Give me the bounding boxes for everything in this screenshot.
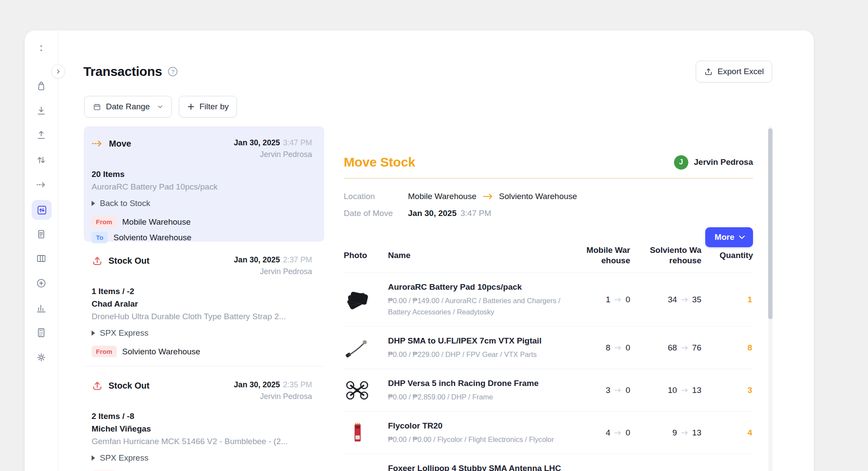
stock-out-arrow-icon bbox=[92, 380, 103, 391]
transaction-type: Stock Out bbox=[108, 379, 149, 392]
transaction-summary: 2 Items / -8 bbox=[92, 410, 312, 422]
to-warehouse-change: 9 13 bbox=[630, 428, 701, 438]
transaction-time: 2:37 PM bbox=[283, 255, 312, 264]
transaction-expander[interactable]: Back to Stock bbox=[92, 197, 312, 209]
transaction-summary: 1 Items / -2 bbox=[92, 285, 312, 298]
caret-right-icon bbox=[92, 201, 95, 206]
product-meta: ₱0.00 / ₱2,859.00 / DHP / Frame bbox=[388, 391, 572, 402]
transaction-detail: Move Stock J Jervin Pedrosa Location Mob… bbox=[344, 154, 753, 471]
product-meta: ₱0.00 / ₱149.00 / AuroraRC / Batteries a… bbox=[388, 295, 572, 317]
transaction-item-stock-out-1[interactable]: Stock Out Jan 30, 20252:37 PM Jervin Ped… bbox=[84, 242, 324, 366]
page-header: Transactions ? Export Excel bbox=[83, 60, 772, 83]
arrow-right-icon bbox=[681, 430, 688, 435]
scrollbar-thumb[interactable] bbox=[768, 128, 773, 319]
table-icon[interactable] bbox=[33, 250, 50, 267]
calculator-icon[interactable] bbox=[33, 324, 50, 341]
from-warehouse: Mobile Warehouse bbox=[122, 217, 191, 227]
product-meta: ₱0.00 / ₱0.00 / Flycolor / Flight Electr… bbox=[388, 434, 572, 445]
table-row: Foxeer Lollipop 4 Stubby SMA Antenna LHC bbox=[344, 454, 753, 471]
product-photo-vtx-pigtail bbox=[344, 337, 371, 358]
shop-bag-icon[interactable] bbox=[33, 77, 50, 95]
arrow-right-icon bbox=[681, 388, 688, 393]
reports-chart-icon[interactable] bbox=[33, 299, 50, 317]
arrow-right-icon bbox=[614, 388, 621, 393]
product-name: DHP Versa 5 inch Racing Drone Frame bbox=[388, 378, 578, 389]
from-warehouse: Solviento Warehouse bbox=[122, 347, 201, 357]
stock-out-arrow-icon bbox=[92, 255, 103, 266]
transaction-product: DroneHub Ultra Durable Cloth Type Batter… bbox=[92, 310, 312, 323]
transaction-item-move[interactable]: Move Jan 30, 20253:47 PM Jervin Pedrosa … bbox=[84, 126, 324, 242]
product-meta: ₱0.00 / ₱229.00 / DHP / FPV Gear / VTX P… bbox=[388, 349, 572, 360]
col-to-warehouse: Solviento Warehouse bbox=[630, 245, 701, 266]
transaction-date: Jan 30, 2025 bbox=[234, 380, 280, 389]
transaction-user: Jervin Pedrosa bbox=[234, 149, 312, 160]
date-range-button[interactable]: Date Range bbox=[84, 96, 172, 118]
transaction-expander[interactable]: SPX Express bbox=[92, 452, 312, 464]
settings-gear-icon[interactable] bbox=[33, 349, 50, 366]
help-icon[interactable]: ? bbox=[168, 67, 178, 76]
stock-table: Photo Name Mobile Warehouse Solviento Wa… bbox=[344, 245, 753, 471]
quantity-value: 8 bbox=[701, 343, 753, 353]
to-warehouse-change: 10 13 bbox=[630, 386, 701, 395]
quantity-value: 4 bbox=[701, 428, 753, 438]
export-excel-label: Export Excel bbox=[717, 67, 764, 76]
filters-bar: Date Range Filter by bbox=[84, 96, 237, 118]
move-arrow-icon bbox=[92, 139, 103, 148]
arrow-right-icon bbox=[483, 193, 493, 200]
more-button[interactable]: More bbox=[705, 227, 753, 247]
arrow-right-icon bbox=[614, 430, 621, 435]
stock-in-icon[interactable] bbox=[33, 102, 50, 119]
app-window: Transactions ? Export Excel Date Range F… bbox=[25, 30, 814, 471]
transfer-icon[interactable] bbox=[33, 151, 50, 169]
transaction-summary: 20 Items bbox=[92, 168, 312, 180]
transaction-date: Jan 30, 2025 bbox=[234, 138, 280, 147]
more-button-label: More bbox=[715, 232, 734, 242]
transaction-expander[interactable]: SPX Express bbox=[92, 327, 312, 339]
transaction-item-stock-out-2[interactable]: Stock Out Jan 30, 20252:35 PM Jervin Ped… bbox=[84, 366, 324, 471]
transaction-expander-label: Back to Stock bbox=[100, 197, 150, 209]
calendar-icon bbox=[92, 102, 102, 111]
transaction-user: Jervin Pedrosa bbox=[234, 266, 312, 277]
sidebar-expand-button[interactable] bbox=[51, 65, 65, 78]
product-name: DHP SMA to U.FL/IPEX 7cm VTX Pigtail bbox=[388, 335, 578, 347]
location-to: Solviento Warehouse bbox=[499, 190, 577, 203]
col-name: Name bbox=[388, 250, 578, 261]
chevron-down-icon bbox=[157, 103, 164, 110]
move-icon[interactable] bbox=[33, 176, 50, 193]
date-range-label: Date Range bbox=[106, 102, 150, 111]
filter-by-label: Filter by bbox=[199, 102, 229, 111]
arrow-right-icon bbox=[681, 345, 688, 350]
product-photo-battery-pads bbox=[344, 289, 371, 310]
export-excel-button[interactable]: Export Excel bbox=[696, 61, 772, 82]
product-photo-drone-frame bbox=[344, 380, 371, 401]
to-warehouse: Solviento Warehouse bbox=[113, 233, 191, 242]
transaction-list: Move Jan 30, 20253:47 PM Jervin Pedrosa … bbox=[84, 126, 324, 471]
notes-icon[interactable] bbox=[33, 226, 50, 243]
resize-handle-icon[interactable] bbox=[33, 39, 50, 57]
col-quantity: Quantity bbox=[701, 250, 753, 261]
from-pill: From bbox=[92, 346, 117, 357]
table-row: DHP SMA to U.FL/IPEX 7cm VTX Pigtail ₱0.… bbox=[344, 327, 753, 369]
transactions-icon-active[interactable] bbox=[32, 200, 52, 220]
to-pill: To bbox=[92, 232, 108, 243]
arrow-right-icon bbox=[681, 297, 688, 302]
col-from-warehouse: Mobile Warehouse bbox=[578, 245, 630, 266]
export-icon bbox=[704, 67, 713, 76]
plus-icon bbox=[187, 103, 195, 111]
quantity-value: 3 bbox=[701, 386, 753, 395]
arrow-right-icon bbox=[614, 345, 621, 350]
date-of-move-label: Date of Move bbox=[344, 207, 408, 220]
add-circle-icon[interactable] bbox=[33, 275, 50, 292]
avatar: J bbox=[674, 155, 688, 170]
transaction-type: Move bbox=[109, 137, 131, 150]
transaction-customer: Chad Aralar bbox=[92, 298, 312, 310]
chevron-down-icon bbox=[739, 235, 745, 239]
scrollbar-track[interactable] bbox=[768, 126, 773, 471]
from-warehouse-change: 8 0 bbox=[578, 343, 630, 353]
stock-out-icon[interactable] bbox=[33, 126, 50, 144]
transaction-product: AuroraRC Battery Pad 10pcs/pack bbox=[92, 180, 312, 193]
from-warehouse-change: 1 0 bbox=[578, 295, 630, 304]
table-row: DHP Versa 5 inch Racing Drone Frame ₱0.0… bbox=[344, 369, 753, 412]
sidebar bbox=[25, 30, 58, 471]
filter-by-button[interactable]: Filter by bbox=[179, 96, 237, 118]
